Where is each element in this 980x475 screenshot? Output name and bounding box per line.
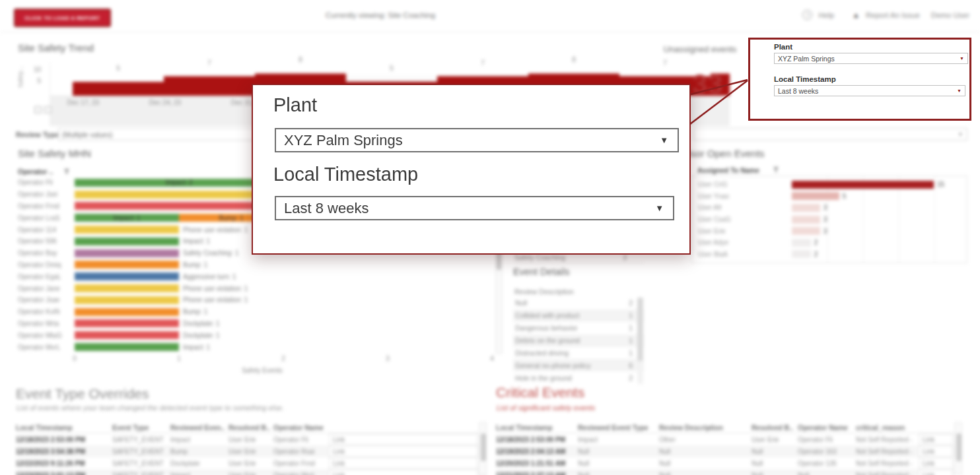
user-name-label: User CsaG (691, 216, 792, 223)
bar-segment (792, 216, 820, 224)
table-cell: Null (798, 469, 856, 475)
bar-segment (792, 227, 820, 235)
bar-segment (75, 284, 179, 292)
operator-name-label: Operator MtaG (18, 332, 75, 339)
bar-value-label: 5 (843, 193, 847, 200)
list-item: Null2 (513, 297, 644, 309)
operator-name-label: Operator Mrta (18, 320, 75, 327)
table-header-row: Local TimestampReviewed Event TypeReview… (496, 422, 954, 433)
supervisor-rows: User CriG15User Ynao5User Afr3User CsaG3… (691, 176, 967, 263)
local-timestamp-dropdown[interactable]: Last 8 weeks ▼ (774, 85, 965, 96)
scrollbar-thumb[interactable] (637, 298, 643, 361)
table-cell: Bump (170, 445, 228, 457)
table-cell: 12/18/2023 2:53:00 PM (496, 433, 578, 445)
event-details-title: Event Details (513, 267, 569, 277)
link-cell[interactable]: Link (919, 457, 953, 469)
x-axis-tick-label: 2 (278, 355, 289, 362)
supervisor-bar-row: User CsaG3 (691, 214, 967, 226)
null-indicator-icon[interactable] (44, 106, 52, 113)
bar-segment (75, 226, 179, 234)
table-cell: Impact (170, 433, 228, 445)
help-icon: ? (802, 10, 812, 20)
report-issue-link[interactable]: Report An Issue (866, 11, 920, 19)
column-header: Review Description (659, 424, 752, 431)
chevron-down-icon: ▼ (960, 56, 964, 61)
operator-name-label: Operator Dmiq (18, 261, 75, 269)
null-indicator-icon[interactable] (34, 106, 42, 113)
plant-dropdown[interactable]: XYZ Palm Springs ▼ (774, 53, 968, 64)
supervisor-bar-row: User Adye2 (691, 237, 967, 249)
x-axis-tick-label: 1 (174, 355, 184, 362)
bar-segment (75, 296, 179, 304)
bar-value-label: 3 (823, 228, 827, 235)
link-cell[interactable]: Link (329, 433, 478, 445)
plant-dropdown-value: XYZ Palm Springs (284, 132, 403, 149)
table-cell: Null (659, 445, 752, 457)
user-name-label: User Ynao (691, 193, 792, 200)
review-type-value: (Multiple values) (62, 131, 112, 139)
trend-title: Site Safety Trend (18, 42, 94, 53)
bar-value-label: Dockplate: 1 (183, 332, 220, 339)
supervisor-bar-row: User BiaA2 (691, 249, 967, 261)
table-body: 12/18/2023 2:53:00 PMImpactOtherUser Eri… (496, 433, 954, 475)
unassigned-events-count: 33 (692, 69, 723, 100)
list-item: General no-phone policy6 (513, 359, 644, 371)
table-cell: Operator MvrL (273, 469, 329, 475)
supervisor-bar-row: User CriG15 (691, 179, 967, 191)
event-details-scrollbar[interactable] (637, 298, 643, 384)
table-row: 12/19/2023 3:54:38 PMSAFETY_EVENTBumpUse… (16, 445, 487, 457)
table-cell: Null (659, 457, 752, 469)
bar-segment (792, 192, 839, 200)
bar-value-label: 3 (823, 216, 827, 223)
link-cell[interactable]: Link (329, 469, 478, 475)
table-cell: Not Self Reported - (856, 445, 919, 457)
table-cell: 12/20/2023 1:21:51 AM (496, 457, 578, 469)
plant-dropdown[interactable]: XYZ Palm Springs ▼ (275, 128, 679, 152)
bar-value-label: Phone use violation: 1 (183, 226, 248, 234)
mhn-title: Site Safety MHN (18, 148, 91, 159)
bar-segment (792, 181, 934, 189)
mhn-bar-row: Operator DmiqBump: 1 (18, 259, 491, 271)
review-description-label: Dangerous behavior (515, 324, 578, 332)
table-cell: 12/23/2023 3:01:13 PM (16, 469, 112, 475)
link-cell[interactable]: Link (329, 445, 478, 457)
table-cell: SAFETY_EVENT (112, 433, 170, 445)
review-description-label: Distracted driving (515, 349, 569, 357)
bar-segment (75, 272, 179, 280)
supervisor-column-header[interactable]: Assigned To Name (697, 166, 759, 174)
local-timestamp-dropdown[interactable]: Last 8 weeks ▼ (275, 196, 674, 220)
review-description-label: General no-phone policy (515, 362, 590, 369)
operator-name-label: Operator Bay (18, 249, 75, 257)
table-cell: 12/19/2023 3:54:38 PM (16, 445, 112, 457)
link-cell[interactable]: Link (919, 469, 953, 475)
bar-group (75, 331, 179, 339)
scrollbar-thumb[interactable] (481, 433, 486, 461)
table-cell: Not Self Reported - (856, 469, 919, 475)
table-row: 12/20/2023 1:21:51 AMNullNullNullOperato… (496, 457, 954, 469)
table-row: 12/21/2023 2:37:13 AMNullNullNullNullNot… (496, 469, 954, 475)
overrides-scrollbar[interactable] (479, 422, 487, 475)
review-description-header: Review Description (514, 288, 574, 296)
help-link[interactable]: Help (818, 11, 834, 19)
mhn-column-header[interactable]: Operator .. (18, 168, 70, 175)
link-cell[interactable]: Link (329, 457, 478, 469)
list-item: Debris on the ground1 (513, 334, 644, 347)
critical-scrollbar[interactable] (954, 422, 962, 475)
table-row: 12/18/2023 2:53:00 PMSAFETY_EVENTImpactU… (16, 433, 487, 445)
secondary-filter-dropdown[interactable]: ▼ (693, 128, 967, 141)
scrollbar-thumb[interactable] (956, 433, 962, 461)
load-report-button[interactable]: CLICK TO LOAD A REPORT (14, 9, 111, 27)
user-name-label: User Erie (691, 228, 792, 235)
table-cell: Operator 135 (798, 457, 856, 469)
bar-segment (75, 249, 179, 257)
link-cell[interactable]: Link (919, 445, 953, 457)
table-cell: Null (752, 469, 798, 475)
operator-name-label: Operator EgaL (18, 273, 75, 280)
table-cell: Null (578, 469, 659, 475)
table-cell: Impact (170, 469, 228, 475)
bar-value-label: Bump: 1 (183, 308, 207, 315)
column-header: Operator Name (273, 424, 329, 431)
table-cell: SAFETY_EVENT (112, 469, 170, 475)
user-menu[interactable]: Demo User (931, 11, 969, 19)
link-cell[interactable]: Link (919, 433, 953, 445)
